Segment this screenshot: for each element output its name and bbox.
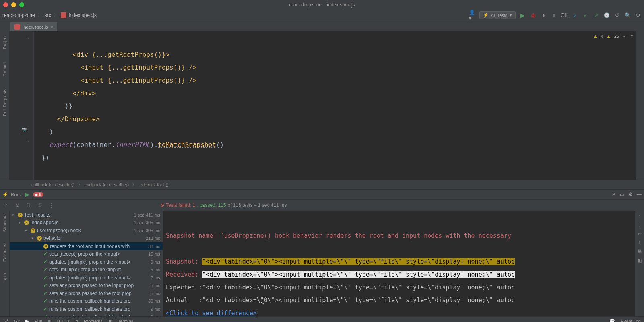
history-icon[interactable]: 🕘: [603, 12, 610, 19]
print-icon[interactable]: 🖶: [637, 249, 642, 254]
test-tree-row[interactable]: ▾ useDropzone() hook1 sec 305 ms: [10, 227, 163, 235]
test-tree-row[interactable]: ✓ sets any props passed to the input pro…: [10, 282, 163, 290]
test-results-tree[interactable]: ▾ Test Results1 sec 411 ms▾ index.spec.j…: [10, 211, 163, 316]
test-duration: 5 ms: [151, 283, 160, 288]
tree-expand-icon[interactable]: ▾: [25, 229, 29, 233]
editor-tab-active[interactable]: index.spec.js ×: [10, 22, 57, 31]
test-tree-row[interactable]: ✓ runs the custom callback handlers pro9…: [10, 305, 163, 313]
bottom-tool-bar: ⎇Git ▶Run ≡TODO ⊘Problems ▣Terminal 💬Eve…: [0, 316, 644, 322]
code-editor[interactable]: <div {...getRootProps()}> <input {...get…: [34, 31, 636, 180]
tree-expand-icon[interactable]: ▾: [19, 221, 23, 225]
panel-settings-icon[interactable]: ⚙: [628, 192, 633, 197]
terminal-tool-label[interactable]: Terminal: [118, 319, 135, 322]
test-duration: 9 ms: [151, 314, 160, 316]
search-icon[interactable]: 🔍: [624, 12, 631, 19]
test-duration: 38 ms: [148, 244, 160, 249]
run-config-dropdown[interactable]: ⚡ All Tests ▾: [479, 11, 516, 19]
test-duration: 15 ms: [148, 252, 160, 256]
minimize-window-button[interactable]: [11, 2, 16, 7]
event-log-label[interactable]: Event Log: [621, 319, 641, 322]
diff-icon[interactable]: ◧: [638, 258, 642, 263]
sidebar-pull-requests[interactable]: Pull Requests: [2, 89, 7, 116]
terminal-tool-icon[interactable]: ▣: [108, 318, 112, 322]
test-tree-row[interactable]: ✓ sets any props passed to the root prop…: [10, 289, 163, 297]
fold-marker-icon[interactable]: ⌄: [25, 34, 31, 40]
code-line: }): [34, 154, 50, 161]
test-tree-row[interactable]: ▾ Test Results1 sec 411 ms: [10, 211, 163, 219]
test-tree-row[interactable]: ✓ runs the custom callback handlers pro3…: [10, 297, 163, 305]
sidebar-commit[interactable]: Commit: [2, 61, 7, 76]
scroll-down-icon[interactable]: ↓: [638, 222, 641, 228]
sidebar-favorites[interactable]: Favorites: [2, 244, 7, 262]
sort-icon[interactable]: ⇅: [25, 202, 32, 209]
tree-expand-icon[interactable]: ▾: [31, 236, 35, 240]
more-icon[interactable]: ⋮: [47, 202, 55, 209]
test-tree-row[interactable]: ▾ index.spec.js1 sec 305 ms: [10, 219, 163, 227]
inspection-hints[interactable]: ▲4 ▲26 ︿ ﹀: [593, 33, 634, 39]
snapshot-camera-icon[interactable]: 📷: [21, 126, 27, 133]
chevron-up-icon[interactable]: ︿: [622, 33, 627, 39]
git-tool-label[interactable]: Git: [14, 319, 20, 322]
sidebar-npm[interactable]: npm: [2, 273, 7, 281]
left-tool-sidebar: Project Commit Pull Requests: [0, 31, 10, 180]
expand-all-icon[interactable]: ⦾: [36, 202, 43, 209]
scroll-up-icon[interactable]: ↑: [638, 213, 641, 219]
test-tree-row[interactable]: ✓ sets {multiple} prop on the <input>5 m…: [10, 266, 163, 274]
run-tool-label[interactable]: Run: [34, 319, 42, 322]
pass-status-icon: ✓: [43, 298, 47, 304]
editor-right-strip[interactable]: [636, 31, 644, 180]
test-tree-row[interactable]: ✓ sets {accept} prop on the <input>15 ms: [10, 250, 163, 258]
problems-tool-label[interactable]: Problems: [84, 319, 102, 322]
test-duration: 7 ms: [151, 275, 160, 280]
coverage-button[interactable]: ◗: [540, 12, 547, 19]
minimize-panel-icon[interactable]: —: [637, 192, 642, 197]
js-file-icon: [14, 24, 20, 30]
sidebar-structure[interactable]: Structure: [2, 214, 7, 232]
run-tool-icon[interactable]: ▶: [25, 318, 29, 322]
chevron-down-icon[interactable]: ﹀: [630, 33, 634, 39]
scroll-to-end-icon[interactable]: ⤓: [638, 240, 642, 246]
close-tab-icon[interactable]: ×: [51, 25, 53, 29]
hide-panel-icon[interactable]: ✕: [612, 192, 616, 197]
git-pull-icon[interactable]: ↙: [572, 12, 579, 19]
user-icon[interactable]: 👤▾: [469, 12, 476, 19]
breadcrumb-project[interactable]: react-dropzone: [2, 12, 35, 18]
event-log-icon[interactable]: 💬: [609, 318, 615, 322]
editor-gutter[interactable]: ⌄ 📷 ⌄: [10, 31, 34, 180]
git-commit-icon[interactable]: ✓: [582, 12, 589, 19]
rerun-button[interactable]: ▶: [23, 191, 31, 198]
test-tree-row[interactable]: ✓ runs no callback handlers if {disabled…: [10, 313, 163, 317]
close-window-button[interactable]: [3, 2, 8, 7]
layout-icon[interactable]: ▭: [620, 192, 624, 197]
soft-wrap-icon[interactable]: ↩: [638, 231, 642, 237]
breadcrumb[interactable]: react-dropzone 〉 src 〉 index.spec.js: [2, 12, 467, 19]
todo-tool-label[interactable]: TODO: [56, 319, 69, 322]
revert-icon[interactable]: ↺: [613, 12, 621, 19]
todo-tool-icon[interactable]: ≡: [48, 319, 50, 322]
toggle-passed-icon[interactable]: ✓: [2, 202, 10, 209]
debug-button[interactable]: 🐞: [529, 12, 537, 19]
breadcrumb-folder[interactable]: src: [45, 12, 51, 18]
test-tree-row[interactable]: renders the root and input nodes with38 …: [10, 242, 163, 250]
zoom-window-button[interactable]: [19, 2, 24, 7]
problems-tool-icon[interactable]: ⊘: [74, 318, 78, 322]
stop-button[interactable]: ■: [550, 12, 557, 19]
rerun-failed-button[interactable]: ▶9: [33, 192, 43, 197]
git-push-icon[interactable]: ↗: [592, 12, 600, 19]
toggle-ignored-icon[interactable]: ⊘: [14, 202, 21, 209]
click-to-see-difference-link[interactable]: <Click to see difference>: [166, 310, 257, 316]
sidebar-project[interactable]: Project: [2, 35, 7, 49]
breadcrumb-file[interactable]: index.spec.js: [69, 12, 97, 18]
test-tree-row[interactable]: ▾ behavior212 ms: [10, 235, 163, 243]
settings-icon[interactable]: ⚙: [634, 12, 642, 19]
editor-area[interactable]: ⌄ 📷 ⌄ <div {...getRootProps()}> <input {…: [10, 31, 644, 180]
test-tree-row[interactable]: ✓ updates {multiple} prop on the <input>…: [10, 258, 163, 266]
git-tool-icon[interactable]: ⎇: [3, 318, 8, 322]
bolt-icon: ⚡: [2, 192, 8, 197]
context-breadcrumb[interactable]: callback for describe()〉 callback for de…: [0, 180, 644, 189]
test-output-console[interactable]: Snapshot name: `useDropzone() hook behav…: [163, 211, 635, 316]
test-tree-row[interactable]: ✓ updates {multiple} prop on the <input>…: [10, 274, 163, 282]
fold-marker-icon[interactable]: ⌄: [25, 137, 31, 143]
tree-expand-icon[interactable]: ▾: [12, 213, 16, 217]
run-button[interactable]: ▶: [519, 12, 526, 19]
